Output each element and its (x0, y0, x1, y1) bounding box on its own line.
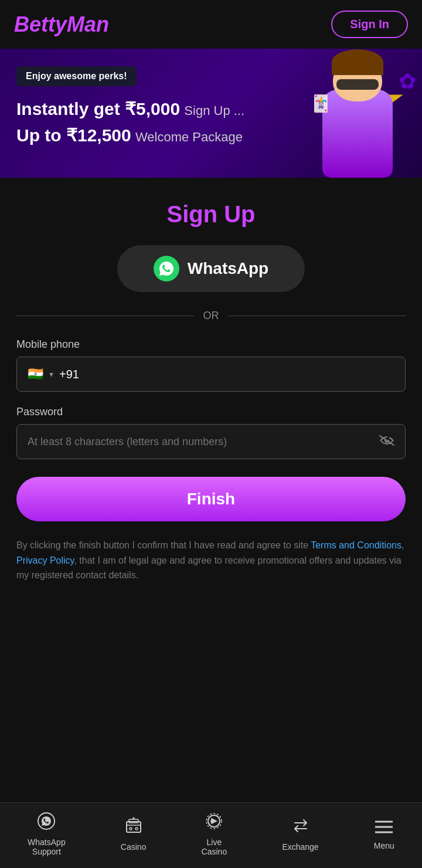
header: BettyMan Sign In (0, 0, 422, 49)
nav-label-menu: Menu (374, 841, 394, 850)
terms-prefix: By clicking the finish button I confirm … (16, 540, 311, 550)
logo-man: Man (67, 12, 109, 36)
live-casino-icon (205, 812, 223, 834)
svg-point-5 (130, 828, 132, 830)
exchange-icon (292, 817, 309, 839)
terms-text: By clicking the finish button I confirm … (16, 538, 406, 583)
phone-number-input[interactable] (85, 368, 394, 381)
finish-button[interactable]: Finish (16, 477, 406, 521)
nav-item-whatsapp-support[interactable]: WhatsAppSupport (28, 812, 66, 856)
divider-line-left (16, 316, 194, 316)
casino-icon (125, 817, 142, 839)
nav-item-menu[interactable]: Menu (374, 819, 394, 850)
whatsapp-signup-button[interactable]: WhatsApp (117, 245, 305, 292)
terms-and-conditions-link[interactable]: Terms and Conditions (311, 540, 401, 550)
terms-rest: , that I am of legal age and agree to re… (16, 555, 401, 581)
cards-icon: 🃏 (311, 94, 331, 113)
nav-item-live-casino[interactable]: LiveCasino (202, 812, 227, 856)
banner-line1-prefix: Instantly get ₹5,000 (16, 99, 180, 118)
svg-point-6 (135, 828, 138, 830)
nav-label-exchange: Exchange (282, 842, 318, 852)
toggle-password-visibility-icon[interactable] (379, 434, 394, 449)
nav-label-live-casino: LiveCasino (202, 838, 227, 856)
nav-label-whatsapp-support: WhatsAppSupport (28, 838, 66, 856)
whatsapp-icon (154, 256, 179, 282)
clover-icon: ✿ (399, 69, 416, 94)
nav-item-exchange[interactable]: Exchange (282, 817, 318, 852)
banner-line2-suffix: Welcome Package (135, 130, 243, 144)
country-flag: 🇮🇳 (28, 367, 43, 382)
phone-country-code: +91 (59, 368, 79, 381)
privacy-policy-link[interactable]: Privacy Policy (16, 555, 74, 565)
banner-line1-suffix: Sign Up ... (184, 103, 244, 118)
or-divider: OR (16, 310, 406, 322)
bottom-navigation: WhatsAppSupport Casino LiveCasino (0, 802, 422, 868)
password-label: Password (16, 406, 406, 418)
terms-comma: , (401, 540, 404, 550)
whatsapp-support-icon (38, 812, 55, 834)
password-input-container[interactable] (16, 424, 406, 459)
main-content: Sign Up WhatsApp OR Mobile phone 🇮🇳 ▾ +9… (0, 178, 422, 606)
logo-betty: Betty (14, 12, 67, 36)
phone-input-container[interactable]: 🇮🇳 ▾ +91 (16, 357, 406, 392)
banner-line2-prefix: Up to ₹12,500 (16, 126, 131, 145)
banner-character: ✿ 🃏 (299, 60, 416, 178)
divider-line-right (229, 316, 406, 316)
menu-icon (375, 819, 393, 838)
whatsapp-button-label: WhatsApp (188, 259, 268, 278)
signup-title: Sign Up (16, 201, 406, 228)
password-input[interactable] (28, 436, 379, 448)
promo-banner: Enjoy awesome perks! Instantly get ₹5,00… (0, 49, 422, 178)
mobile-phone-label: Mobile phone (16, 338, 406, 351)
country-dropdown-arrow[interactable]: ▾ (49, 369, 53, 379)
signin-button[interactable]: Sign In (331, 11, 408, 38)
logo: BettyMan (14, 12, 109, 37)
nav-label-casino: Casino (121, 842, 147, 852)
banner-badge: Enjoy awesome perks! (16, 66, 137, 86)
or-text: OR (203, 310, 219, 322)
nav-item-casino[interactable]: Casino (121, 817, 147, 852)
